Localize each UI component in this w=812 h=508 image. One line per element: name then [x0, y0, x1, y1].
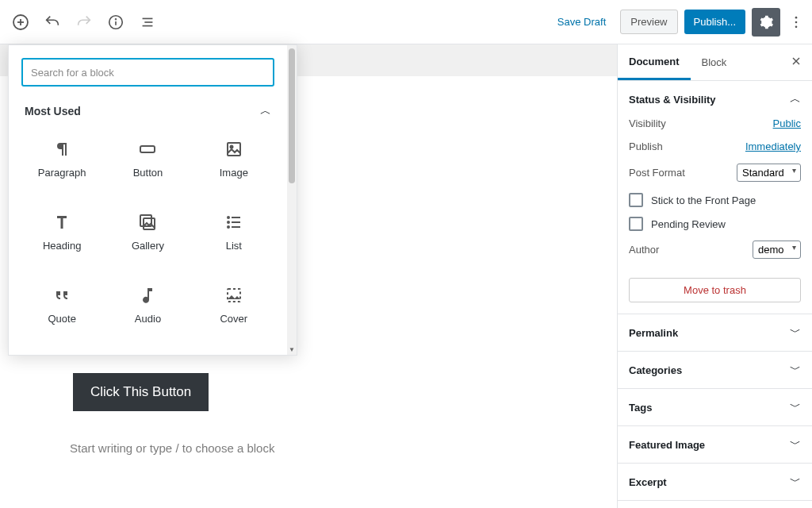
scrollbar-down-arrow-icon[interactable]: ▼ [287, 346, 297, 353]
most-used-section-toggle[interactable]: Most Used ︿ [21, 104, 274, 118]
svg-rect-15 [228, 143, 240, 156]
redo-icon [75, 13, 93, 31]
image-icon [224, 140, 243, 159]
block-inserter-content: Most Used ︿ Paragraph Button Image Headi… [9, 45, 287, 355]
button-icon [138, 140, 157, 159]
scrollbar-thumb[interactable] [289, 48, 295, 183]
panel-tags: Tags ﹀ [618, 389, 812, 426]
popover-scrollbar[interactable]: ▼ [287, 45, 297, 355]
svg-point-19 [228, 217, 229, 218]
svg-point-10 [795, 21, 798, 23]
chevron-down-icon: ﹀ [790, 475, 801, 489]
visibility-label: Visibility [629, 117, 666, 129]
block-inserter-popover: Most Used ︿ Paragraph Button Image Headi… [8, 44, 297, 356]
block-heading[interactable]: Heading [21, 198, 102, 266]
block-quote[interactable]: Quote [21, 271, 102, 339]
tab-block[interactable]: Block [691, 44, 738, 80]
panel-status-visibility: Status & Visibility ︿ Visibility Public … [618, 81, 812, 314]
settings-sidebar: Document Block Status & Visibility ︿ Vis… [617, 44, 812, 508]
chevron-up-icon: ︿ [260, 104, 271, 118]
gear-icon [758, 14, 774, 30]
block-image[interactable]: Image [193, 125, 274, 193]
publish-button[interactable]: Publish... [684, 10, 745, 34]
heading-icon [52, 213, 71, 232]
paragraph-icon [52, 140, 71, 159]
author-select-wrap: demo [753, 241, 801, 259]
block-search-wrap [21, 58, 274, 87]
panel-tags-toggle[interactable]: Tags ﹀ [618, 389, 812, 425]
panel-permalink: Permalink ﹀ [618, 314, 812, 352]
chevron-down-icon: ﹀ [790, 363, 801, 377]
stick-front-page-label: Stick to the Front Page [651, 194, 756, 206]
panel-featured-image-toggle[interactable]: Featured Image ﹀ [618, 426, 812, 463]
block-search-input[interactable] [21, 58, 274, 87]
pending-review-row[interactable]: Pending Review [629, 217, 801, 231]
chevron-down-icon: ﹀ [790, 400, 801, 414]
block-gallery[interactable]: Gallery [107, 198, 188, 266]
block-cover[interactable]: Cover [193, 271, 274, 339]
panel-title: Status & Visibility [629, 94, 716, 106]
checkbox-unchecked-icon [629, 217, 643, 231]
svg-rect-25 [228, 289, 240, 302]
visibility-value-link[interactable]: Public [773, 117, 801, 129]
add-block-button[interactable] [6, 8, 35, 37]
chevron-down-icon: ﹀ [790, 437, 801, 452]
panel-permalink-toggle[interactable]: Permalink ﹀ [618, 314, 812, 351]
panel-status-visibility-body: Visibility Public Publish Immediately Po… [618, 117, 812, 314]
more-options-button[interactable] [787, 8, 806, 37]
chevron-down-icon: ﹀ [790, 325, 801, 340]
blocks-grid: Paragraph Button Image Heading Gallery L… [21, 125, 274, 339]
block-list[interactable]: List [193, 198, 274, 266]
author-label: Author [629, 244, 659, 256]
preview-button[interactable]: Preview [620, 10, 677, 34]
editor-top-toolbar: Save Draft Preview Publish... [0, 0, 812, 44]
outline-icon [139, 13, 156, 31]
svg-point-9 [795, 16, 798, 18]
info-button[interactable] [102, 8, 130, 37]
canvas-button-block[interactable]: Click This Button [73, 373, 209, 411]
audio-icon [138, 286, 157, 305]
settings-toggle-button[interactable] [752, 8, 780, 37]
author-select[interactable]: demo [753, 241, 801, 259]
publish-label: Publish [629, 140, 663, 152]
toolbar-left-group [6, 8, 162, 37]
close-sidebar-button[interactable] [780, 44, 812, 80]
quote-icon [52, 286, 71, 305]
svg-point-21 [228, 221, 229, 223]
undo-button[interactable] [38, 8, 67, 37]
checkbox-unchecked-icon [629, 193, 643, 207]
block-navigation-button[interactable] [133, 8, 162, 37]
info-icon [107, 13, 124, 31]
post-format-label: Post Format [629, 167, 685, 179]
sidebar-tabs: Document Block [618, 44, 812, 81]
svg-rect-14 [140, 146, 155, 152]
block-button[interactable]: Button [107, 125, 188, 193]
panel-categories: Categories ﹀ [618, 352, 812, 389]
svg-point-16 [230, 145, 232, 148]
post-format-select[interactable]: Standard [737, 164, 801, 182]
block-paragraph[interactable]: Paragraph [21, 125, 102, 193]
move-to-trash-button[interactable]: Move to trash [629, 278, 801, 302]
toolbar-right-group: Save Draft Preview Publish... [550, 8, 806, 37]
close-icon [790, 55, 802, 67]
post-format-select-wrap: Standard [737, 164, 801, 182]
panel-status-visibility-toggle[interactable]: Status & Visibility ︿ [618, 81, 812, 117]
block-audio[interactable]: Audio [107, 271, 188, 339]
publish-value-link[interactable]: Immediately [745, 140, 801, 152]
empty-paragraph-placeholder[interactable]: Start writing or type / to choose a bloc… [70, 441, 274, 455]
tab-document[interactable]: Document [618, 44, 691, 80]
plus-circle-icon [11, 13, 30, 32]
redo-button[interactable] [70, 8, 98, 37]
save-draft-button[interactable]: Save Draft [550, 10, 614, 34]
chevron-up-icon: ︿ [790, 92, 801, 106]
panel-excerpt-toggle[interactable]: Excerpt ﹀ [618, 464, 812, 500]
pending-review-label: Pending Review [651, 218, 726, 230]
kebab-icon [788, 14, 804, 30]
most-used-title: Most Used [25, 105, 81, 117]
list-icon [224, 213, 243, 232]
svg-point-23 [228, 226, 229, 228]
gallery-icon [138, 213, 157, 232]
svg-point-5 [116, 18, 117, 19]
stick-front-page-row[interactable]: Stick to the Front Page [629, 193, 801, 207]
panel-categories-toggle[interactable]: Categories ﹀ [618, 352, 812, 388]
